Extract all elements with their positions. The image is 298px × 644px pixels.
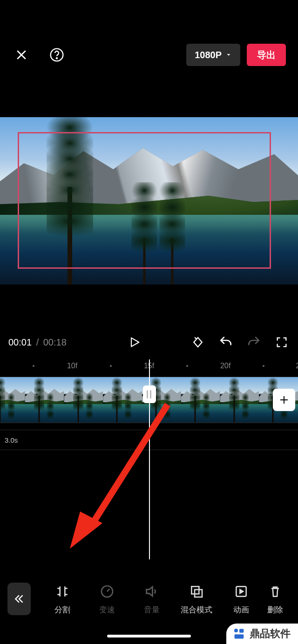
svg-point-8 <box>234 629 238 632</box>
split-icon <box>55 584 70 599</box>
help-icon <box>49 47 64 62</box>
resolution-label: 1080P <box>195 50 222 60</box>
play-icon <box>128 335 141 349</box>
svg-rect-10 <box>235 634 244 638</box>
time-separator: / <box>36 337 39 347</box>
clip-thumbnail[interactable] <box>64 377 103 423</box>
svg-rect-5 <box>191 586 199 594</box>
clip-thumbnail[interactable] <box>181 377 220 423</box>
preview-tree <box>130 182 158 285</box>
redo-button[interactable] <box>246 334 262 350</box>
delete-icon <box>268 584 283 599</box>
preview-tree <box>42 117 98 285</box>
svg-marker-3 <box>70 511 102 549</box>
keyframe-button[interactable] <box>190 334 206 350</box>
video-preview[interactable] <box>0 117 298 285</box>
resolution-button[interactable]: 1080P <box>186 44 240 66</box>
playhead[interactable] <box>149 359 150 559</box>
playhead-grip <box>147 390 148 398</box>
animation-icon <box>234 584 249 599</box>
preview-tree <box>158 182 186 285</box>
play-button[interactable] <box>125 333 144 352</box>
speed-icon <box>100 584 115 599</box>
keyframe-icon <box>191 335 205 349</box>
tool-speed[interactable]: 变速 <box>85 578 129 620</box>
ruler-tick <box>33 365 34 367</box>
top-bar-right: 1080P 导出 <box>186 44 286 66</box>
tool-animation[interactable]: 动画 <box>219 578 264 620</box>
ruler-tick <box>263 365 264 367</box>
svg-rect-9 <box>239 629 244 633</box>
watermark-logo-icon <box>233 627 246 640</box>
ruler-label: 20f <box>220 362 230 370</box>
plus-icon <box>278 394 290 405</box>
top-bar: 1080P 导出 <box>0 41 298 69</box>
volume-icon <box>144 584 160 599</box>
close-icon <box>14 48 28 62</box>
tool-label: 删除 <box>267 604 283 615</box>
tool-label: 动画 <box>233 604 249 615</box>
tool-delete[interactable]: 删除 <box>264 578 287 620</box>
chevron-double-left-icon <box>13 593 25 605</box>
playhead-grip <box>150 390 151 398</box>
clip-thumbnail[interactable] <box>25 377 64 423</box>
collapse-toolbar-button[interactable] <box>7 583 31 615</box>
close-button[interactable] <box>12 46 31 64</box>
undo-button[interactable] <box>218 334 234 350</box>
bottom-toolbar: 分割 变速 音量 混合模式 动画 删除 <box>0 573 298 624</box>
export-button[interactable]: 导出 <box>247 44 286 66</box>
tool-blend-mode[interactable]: 混合模式 <box>174 578 219 620</box>
ruler-label: 2 <box>296 362 298 370</box>
watermark-text: 鼎品软件 <box>250 627 291 641</box>
clip-thumbnail[interactable] <box>220 377 259 423</box>
tool-volume[interactable]: 音量 <box>129 578 174 620</box>
blend-icon <box>189 584 204 599</box>
export-label: 导出 <box>257 49 276 61</box>
chevron-down-icon <box>225 52 232 58</box>
fullscreen-button[interactable] <box>274 334 290 350</box>
playback-controls-right <box>190 334 290 350</box>
tool-split[interactable]: 分割 <box>40 578 85 620</box>
undo-icon <box>218 335 233 350</box>
help-button[interactable] <box>47 46 66 64</box>
tool-label: 变速 <box>99 604 115 615</box>
redo-icon <box>246 335 261 350</box>
tool-label: 音量 <box>144 604 160 615</box>
current-time: 00:01 <box>8 337 32 347</box>
home-indicator <box>107 635 191 637</box>
ruler-tick <box>186 365 188 367</box>
ruler-tick <box>110 365 112 367</box>
subtrack-duration: 3.0s <box>5 436 18 444</box>
tool-label: 分割 <box>54 604 70 615</box>
clip-thumbnail[interactable] <box>0 377 25 423</box>
time-display: 00:01 / 00:18 <box>8 337 67 348</box>
fullscreen-icon <box>275 336 288 349</box>
watermark: 鼎品软件 <box>226 624 298 644</box>
tool-label: 混合模式 <box>181 604 212 615</box>
add-clip-button[interactable] <box>273 389 295 411</box>
total-time: 00:18 <box>43 337 67 347</box>
top-bar-left <box>12 46 66 64</box>
svg-point-1 <box>56 58 57 59</box>
ruler-label: 10f <box>67 362 77 370</box>
clip-thumbnail[interactable] <box>103 377 142 423</box>
playback-bar: 00:01 / 00:18 <box>0 328 298 356</box>
timeline-area: 3.0s <box>0 377 298 450</box>
